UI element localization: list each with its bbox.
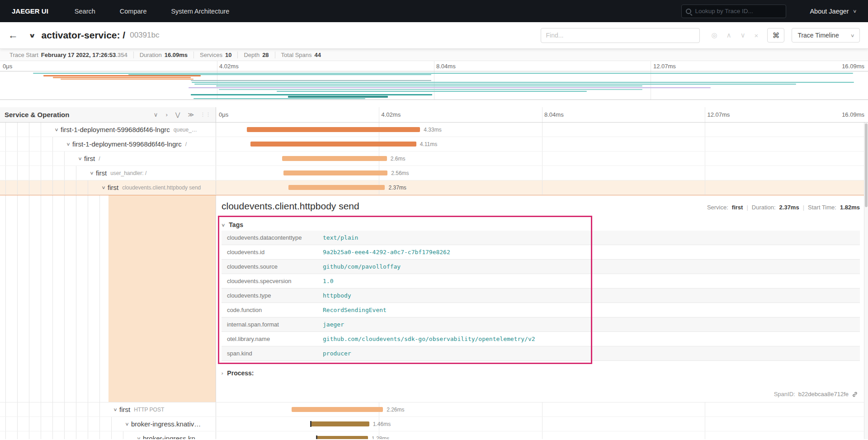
minimap-span (277, 91, 586, 92)
tag-value: github/com/pavolloffay (323, 263, 401, 270)
back-arrow-icon[interactable]: ← (8, 29, 18, 41)
span-detail-panel: cloudevents.client.httpbody send Service… (216, 195, 868, 402)
summary-item-label: Depth (244, 52, 259, 58)
collapse-children-icon[interactable]: ∨ (154, 111, 158, 118)
span-row-timeline-cell: 4.11ms (216, 137, 868, 151)
operation-name: queue_… (174, 127, 197, 133)
span-bar[interactable] (310, 421, 369, 426)
span-duration-label: 2.6ms (391, 156, 406, 162)
span-detail-meta: Service: first | Duration: 2.37ms | Star… (707, 204, 860, 211)
service-name: first (96, 169, 107, 177)
span-row-timeline-cell: 1.46ms (216, 417, 868, 431)
span-detail-left (0, 195, 216, 402)
tags-section-toggle[interactable]: ∨ Tags (222, 219, 860, 231)
find-box[interactable] (541, 28, 700, 43)
tag-value: producer (323, 350, 351, 357)
span-rows-region: ∨first-1-deployment-59968d6f46-lngrcqueu… (0, 123, 868, 439)
process-section-toggle[interactable]: › Process: (222, 367, 860, 379)
span-row[interactable]: ∨broker-ingress.kn…1.28ms (0, 431, 868, 439)
tag-key: cloudevents.source (227, 263, 323, 270)
app-logo[interactable]: JAEGER UI (12, 7, 48, 15)
trace-header: ← ∨ activator-service: / 00391bc ◎∧∨× ⌘ … (0, 22, 868, 49)
minimap-span (43, 75, 201, 76)
summary-item: Services10 (193, 52, 237, 58)
summary-item: Total Spans44 (275, 52, 327, 58)
about-jaeger-label: About Jaeger (810, 8, 849, 15)
span-bar[interactable] (283, 170, 388, 175)
tag-key: cloudevents.datacontenttype (227, 234, 323, 241)
span-bar[interactable] (292, 407, 383, 412)
summary-item-label: Duration (140, 52, 162, 58)
span-row-name-cell: ∨firstcloudevents.client.httpbody send (0, 180, 216, 194)
match-info-icon[interactable]: ◎ (712, 31, 717, 39)
find-clear-icon[interactable]: × (755, 32, 759, 39)
topnav-right: About Jaeger ∨ (681, 5, 856, 18)
summary-item-suffix: .354 (116, 52, 127, 58)
indent-guides (0, 417, 112, 431)
keyboard-shortcuts-button[interactable]: ⌘ (767, 28, 784, 43)
summary-item-label: Trace Start (9, 52, 38, 58)
span-id-footer: SpanID: b22debcaa8e712fe (774, 391, 858, 397)
minimap-span (216, 85, 642, 86)
scrollbar-thumb[interactable] (865, 123, 868, 207)
span-row-timeline-cell: 2.6ms (216, 151, 868, 166)
trace-lookup-box[interactable] (681, 5, 786, 18)
process-section-label: Process: (227, 369, 254, 377)
tag-value: jaeger (323, 321, 344, 328)
axis-tick: 16.09ms (842, 63, 864, 70)
span-row-name-cell: ∨first-1-deployment-59968d6f46-lngrcqueu… (0, 123, 216, 137)
trace-view-select[interactable]: Trace Timeline ∨ (792, 28, 860, 43)
nav-item-compare[interactable]: Compare (120, 8, 147, 15)
span-row-name-cell: ∨broker-ingress.kn… (0, 431, 216, 439)
span-bar[interactable] (250, 142, 416, 147)
indent-guides (0, 123, 41, 137)
tag-value: 1.0 (323, 278, 333, 284)
span-row[interactable]: ∨firstHTTP POST2.26ms (0, 402, 868, 417)
about-jaeger-menu[interactable]: About Jaeger ∨ (810, 8, 856, 15)
trace-view-label: Trace Timeline (797, 32, 839, 39)
trace-lookup-input[interactable] (695, 8, 782, 14)
tag-value: 9a2b25a0-eee4-4292-a0c7-c7bf179e8262 (323, 249, 450, 255)
span-row[interactable]: ∨first-1-deployment-59968d6f46-lngrcqueu… (0, 123, 868, 137)
selected-span-indent-fill (108, 195, 216, 402)
axis-tick: 0μs (219, 111, 228, 118)
span-duration-label: 2.56ms (391, 170, 409, 176)
minimap-canvas[interactable] (0, 71, 868, 100)
find-next-icon[interactable]: ∨ (741, 31, 745, 39)
indent-guides (0, 151, 65, 166)
span-bar[interactable] (316, 436, 368, 439)
span-row[interactable]: ∨first/2.6ms (0, 151, 868, 166)
tag-row: otel.library.namegithub.com/cloudevents/… (222, 332, 860, 346)
find-input[interactable] (546, 32, 694, 39)
span-bar[interactable] (247, 127, 420, 132)
service-name: first (84, 155, 95, 162)
span-row[interactable]: ∨firstuser_handler: /2.56ms (0, 166, 868, 180)
tag-value: RecordSendingEvent (323, 307, 387, 313)
find-prev-icon[interactable]: ∧ (726, 31, 731, 39)
span-bar[interactable] (288, 185, 385, 190)
summary-item: Duration16.09ms (133, 52, 193, 58)
collapse-all-icon[interactable]: ⋁ (175, 111, 180, 118)
span-row[interactable]: ∨firstcloudevents.client.httpbody send2.… (0, 180, 868, 195)
vertical-scrollbar[interactable] (864, 123, 868, 439)
indent-guides (0, 166, 76, 180)
service-name: first-1-deployment-59968d6f46-lngrc (61, 126, 170, 133)
span-bar[interactable] (282, 156, 387, 161)
nav-item-search[interactable]: Search (75, 8, 95, 15)
span-row-name-cell: ∨firstHTTP POST (0, 402, 216, 416)
span-row[interactable]: ∨first-1-deployment-59968d6f46-lngrc/4.1… (0, 137, 868, 151)
service-operation-header: Service & Operation ∨›⋁≫ ⋮⋮ (0, 107, 216, 122)
span-id-label: SpanID: (774, 391, 795, 397)
meta-separator: | (746, 204, 748, 211)
span-row[interactable]: ∨broker-ingress.knativ…1.46ms (0, 417, 868, 431)
expand-children-icon[interactable]: › (165, 111, 167, 118)
nav-item-system-architecture[interactable]: System Architecture (171, 8, 229, 15)
column-resizer-grip[interactable]: ⋮⋮ (200, 112, 211, 118)
service-meta-value: first (732, 204, 743, 211)
duration-meta-value: 2.37ms (779, 204, 799, 211)
indent-guides (0, 195, 100, 402)
trace-collapse-chevron-icon[interactable]: ∨ (28, 32, 36, 39)
deep-link-icon[interactable] (852, 391, 858, 397)
span-detail-title: cloudevents.client.httpbody send (222, 201, 359, 212)
expand-all-icon[interactable]: ≫ (188, 111, 194, 118)
